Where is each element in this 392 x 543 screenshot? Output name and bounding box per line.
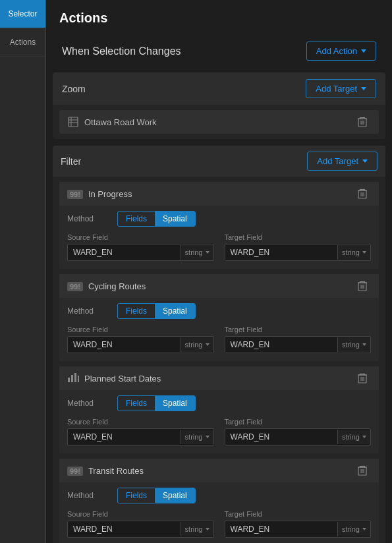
layer-header-in_progress: 99! In Progress <box>59 182 379 206</box>
source-field-label-transit_routes: Source Field <box>67 510 214 518</box>
target-field-type-cycling_routes: string <box>337 337 370 352</box>
method-tabs-planned_start_dates: Fields Spatial <box>117 395 196 411</box>
layer-delete-cycling_routes[interactable] <box>354 279 371 293</box>
target-field-type-planned_start_dates: string <box>337 430 370 444</box>
method-tab-spatial-planned_start_dates[interactable]: Spatial <box>155 396 195 411</box>
sidebar-item-actions[interactable]: Actions <box>0 28 45 57</box>
source-type-arrow-transit_routes <box>206 528 210 530</box>
target-field-type-transit_routes: string <box>337 522 370 536</box>
add-action-button[interactable]: Add Action <box>306 42 376 61</box>
source-field-select-cycling_routes[interactable]: WARD_EN string <box>67 336 214 353</box>
sidebar-label-selector: Selector <box>8 9 37 18</box>
source-type-arrow-cycling_routes <box>206 343 210 346</box>
layer-name-cycling_routes: 99! Cycling Routes <box>67 281 146 291</box>
target-type-arrow-transit_routes <box>362 528 366 530</box>
target-field-value-cycling_routes: WARD_EN <box>225 337 338 353</box>
source-field-type-cycling_routes: string <box>181 337 213 352</box>
source-field-type-in_progress: string <box>181 245 213 260</box>
method-tab-fields-planned_start_dates[interactable]: Fields <box>118 396 155 411</box>
add-action-dropdown-arrow <box>361 49 366 53</box>
zoom-add-target-arrow <box>361 87 366 90</box>
zoom-target-icon <box>67 116 79 128</box>
target-field-value-in_progress: WARD_EN <box>225 244 338 260</box>
layer-content-transit_routes: Method Fields Spatial Source Field WARD_… <box>59 482 379 543</box>
method-label-in_progress: Method <box>67 214 107 223</box>
layer-badge-planned_start_dates <box>67 372 79 385</box>
layer-name-in_progress: 99! In Progress <box>67 189 132 199</box>
source-field-type-transit_routes: string <box>181 522 213 536</box>
method-tab-spatial-in_progress[interactable]: Spatial <box>155 212 195 226</box>
zoom-title: Zoom <box>62 84 86 94</box>
method-label-planned_start_dates: Method <box>67 399 107 408</box>
svg-rect-28 <box>68 378 70 382</box>
layer-delete-in_progress[interactable] <box>354 187 371 200</box>
source-field-value-planned_start_dates: WARD_EN <box>68 429 181 445</box>
zoom-target-name: Ottawa Road Work <box>84 117 157 127</box>
zoom-section: Zoom Add Target Otta <box>53 72 385 139</box>
fields-row-in_progress: Source Field WARD_EN string Target Field… <box>59 229 379 264</box>
target-field-col-in_progress: Target Field WARD_EN string <box>225 233 372 261</box>
sidebar-label-actions: Actions <box>10 38 36 47</box>
svg-rect-0 <box>69 117 78 127</box>
source-field-type-planned_start_dates: string <box>181 430 213 444</box>
filter-section: Filter Add Target 99! In Progress <box>53 146 385 543</box>
source-field-label-in_progress: Source Field <box>67 233 214 241</box>
zoom-target-delete-button[interactable] <box>354 115 371 129</box>
source-field-select-transit_routes[interactable]: WARD_EN string <box>67 521 214 538</box>
source-field-select-planned_start_dates[interactable]: WARD_EN string <box>67 428 214 445</box>
layer-delete-transit_routes[interactable] <box>354 464 371 477</box>
method-row-planned_start_dates: Method Fields Spatial <box>59 390 379 414</box>
layer-name-planned_start_dates: Planned Start Dates <box>67 372 161 385</box>
layer-item-in_progress: 99! In Progress Method <box>59 182 379 269</box>
method-tabs-transit_routes: Fields Spatial <box>117 488 196 503</box>
layer-label-planned_start_dates: Planned Start Dates <box>84 374 161 384</box>
target-type-arrow-in_progress <box>362 251 366 254</box>
add-action-label: Add Action <box>316 46 357 56</box>
source-field-col-in_progress: Source Field WARD_EN string <box>67 233 214 261</box>
layer-label-transit_routes: Transit Routes <box>88 466 144 476</box>
when-selection-changes-header: When Selection Changes Add Action <box>53 35 385 67</box>
zoom-add-target-button[interactable]: Add Target <box>306 79 376 98</box>
layer-name-transit_routes: 99! Transit Routes <box>67 466 144 476</box>
target-field-col-planned_start_dates: Target Field WARD_EN string <box>225 418 372 445</box>
source-field-col-transit_routes: Source Field WARD_EN string <box>67 510 214 538</box>
zoom-add-target-label: Add Target <box>316 84 357 94</box>
layer-header-planned_start_dates: Planned Start Dates <box>59 366 379 390</box>
target-field-select-planned_start_dates[interactable]: WARD_EN string <box>225 428 372 445</box>
filter-add-target-button[interactable]: Add Target <box>307 152 378 171</box>
source-field-select-in_progress[interactable]: WARD_EN string <box>67 244 214 261</box>
layer-content-planned_start_dates: Method Fields Spatial Source Field WARD_… <box>59 390 379 453</box>
filter-add-target-arrow <box>362 159 368 163</box>
layer-delete-planned_start_dates[interactable] <box>354 372 371 385</box>
filter-title: Filter <box>61 156 81 167</box>
method-tab-fields-cycling_routes[interactable]: Fields <box>118 304 155 318</box>
layers-container: 99! In Progress Method <box>53 182 385 543</box>
method-tabs-in_progress: Fields Spatial <box>117 211 196 227</box>
layer-item-planned_start_dates: Planned Start Dates Method Fi <box>59 366 379 453</box>
method-tab-spatial-transit_routes[interactable]: Spatial <box>155 488 195 503</box>
target-field-value-planned_start_dates: WARD_EN <box>225 429 338 445</box>
source-field-value-transit_routes: WARD_EN <box>68 521 181 537</box>
method-tab-fields-in_progress[interactable]: Fields <box>118 212 155 226</box>
layer-label-in_progress: In Progress <box>88 189 132 199</box>
when-selection-changes-title: When Selection Changes <box>62 45 181 57</box>
target-field-select-transit_routes[interactable]: WARD_EN string <box>225 521 372 538</box>
layer-header-cycling_routes: 99! Cycling Routes <box>59 274 379 298</box>
method-row-in_progress: Method Fields Spatial <box>59 206 379 229</box>
source-field-col-cycling_routes: Source Field WARD_EN string <box>67 326 214 353</box>
method-tab-fields-transit_routes[interactable]: Fields <box>118 488 155 503</box>
source-field-value-in_progress: WARD_EN <box>68 244 181 260</box>
target-field-select-in_progress[interactable]: WARD_EN string <box>225 244 372 261</box>
sidebar-item-selector[interactable]: Selector <box>0 0 45 28</box>
zoom-target-card: Ottawa Road Work <box>59 110 379 134</box>
layer-content-cycling_routes: Method Fields Spatial Source Field WARD_… <box>59 298 379 361</box>
filter-add-target-label: Add Target <box>317 156 358 166</box>
method-label-cycling_routes: Method <box>67 306 107 316</box>
target-field-select-cycling_routes[interactable]: WARD_EN string <box>225 336 372 353</box>
sidebar: Selector Actions <box>0 0 46 543</box>
source-field-value-cycling_routes: WARD_EN <box>68 337 181 353</box>
method-row-transit_routes: Method Fields Spatial <box>59 482 379 506</box>
method-tab-spatial-cycling_routes[interactable]: Spatial <box>155 304 195 318</box>
zoom-target-card-header: Ottawa Road Work <box>59 110 379 134</box>
svg-rect-29 <box>71 375 73 382</box>
